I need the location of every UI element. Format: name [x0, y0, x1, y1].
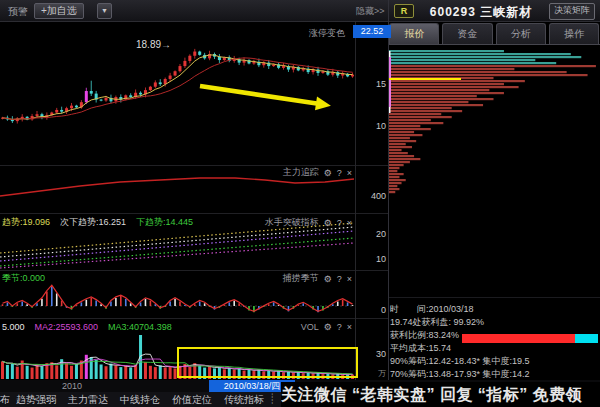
- tabs-underline: [388, 44, 600, 45]
- profit-ratio-red: [462, 334, 575, 343]
- gear-icon[interactable]: ⚙: [324, 322, 332, 332]
- bottom-menu-item-partial[interactable]: 布: [0, 393, 10, 407]
- tab-操作[interactable]: 操作: [549, 23, 599, 44]
- gear-icon[interactable]: ⚙: [324, 168, 332, 178]
- tab-报价[interactable]: 报价: [389, 23, 439, 44]
- close-icon[interactable]: ×: [347, 322, 352, 332]
- hide-panel-button[interactable]: 隐藏>>: [356, 5, 385, 18]
- tab-分析[interactable]: 分析: [496, 23, 546, 44]
- panel-title: 主力追踪: [283, 166, 319, 179]
- bottom-menu-item[interactable]: 传统指标: [218, 393, 270, 407]
- bottom-menu-item[interactable]: 价值定位: [166, 393, 218, 407]
- peak-price-annotation: 18.89→: [136, 39, 171, 50]
- bottom-menu: 布趋势强弱主力雷达中线持仓价值定位传统指标: [0, 392, 282, 407]
- decision-matrix-button[interactable]: 决策矩阵: [549, 3, 595, 20]
- chip-info-line: 19.74处获利盘: 99.92%: [390, 316, 598, 329]
- axis-column-divider: [355, 22, 356, 380]
- panel-divider: [0, 318, 388, 319]
- watchlist-dropdown-button[interactable]: ▼: [97, 3, 112, 19]
- indicator-axis-label: 0: [356, 305, 386, 315]
- help-icon[interactable]: ?: [337, 322, 342, 332]
- trend-arrow-annotation: [200, 86, 331, 110]
- timeline-year: 2010: [62, 381, 82, 391]
- indicator-axis-label: 400: [356, 191, 386, 201]
- close-icon[interactable]: ×: [347, 218, 352, 228]
- chip-distribution-chart[interactable]: [388, 46, 600, 295]
- app-window: 预警 +加自选 ▼ 隐藏>> R 600293 三峡新材 决策矩阵 报价资金分析…: [0, 0, 600, 407]
- close-icon[interactable]: ×: [347, 274, 352, 284]
- indicator-axis-label: 20: [356, 229, 386, 239]
- panel-title: VOL: [301, 322, 319, 332]
- limit-color-value: 22.52: [353, 25, 391, 38]
- indicator-axis-label: 10: [356, 254, 386, 264]
- close-icon[interactable]: ×: [347, 168, 352, 178]
- help-icon[interactable]: ?: [337, 168, 342, 178]
- bottom-menu-item[interactable]: 主力雷达: [62, 393, 114, 407]
- bottom-menu-item[interactable]: 中线持仓: [114, 393, 166, 407]
- volume-axis-label: 30: [356, 349, 386, 359]
- menu-scroll-indicator[interactable]: ┊: [269, 393, 275, 404]
- panel-divider: [388, 297, 600, 298]
- panel-title: 水手突破指标: [265, 216, 319, 229]
- highlight-rect-annotation: [177, 347, 358, 378]
- price-axis-label: 15: [356, 79, 386, 89]
- chip-info-line: 90%筹码:12.42-18.43* 集中度:19.5: [390, 355, 598, 368]
- chevron-down-icon: ▼: [101, 7, 108, 14]
- panel-title: 捕捞季节: [283, 272, 319, 285]
- alert-button[interactable]: 预警: [8, 5, 28, 19]
- bottom-menu-item[interactable]: 趋势强弱: [10, 393, 62, 407]
- promo-banner: 关注微信 “老韩实盘” 回复 “指标” 免费领: [281, 382, 600, 407]
- tab-资金[interactable]: 资金: [442, 23, 492, 44]
- chip-info-line: 时 间:2010/03/18: [390, 303, 598, 316]
- add-watchlist-button[interactable]: +加自选: [34, 3, 84, 19]
- stock-title: 600293 三峡新材: [415, 4, 547, 21]
- gear-icon[interactable]: ⚙: [324, 274, 332, 284]
- limit-color-label: 涨停变色: [309, 27, 345, 40]
- quote-tabs: 报价资金分析操作: [389, 23, 599, 44]
- r-badge[interactable]: R: [394, 4, 414, 18]
- volume-unit-label: 万: [356, 368, 386, 379]
- help-icon[interactable]: ?: [337, 274, 342, 284]
- help-icon[interactable]: ?: [337, 218, 342, 228]
- chip-info-line: 平均成本:15.74: [390, 342, 598, 355]
- panel-divider: [0, 213, 388, 214]
- profit-ratio-cyan: [575, 334, 598, 343]
- price-axis-label: 10: [356, 121, 386, 131]
- gear-icon[interactable]: ⚙: [324, 218, 332, 228]
- panel-divider: [0, 270, 388, 271]
- right-panel-divider: [388, 0, 389, 380]
- profit-ratio-bar: [462, 334, 598, 343]
- main-candlestick-chart[interactable]: [0, 22, 355, 165]
